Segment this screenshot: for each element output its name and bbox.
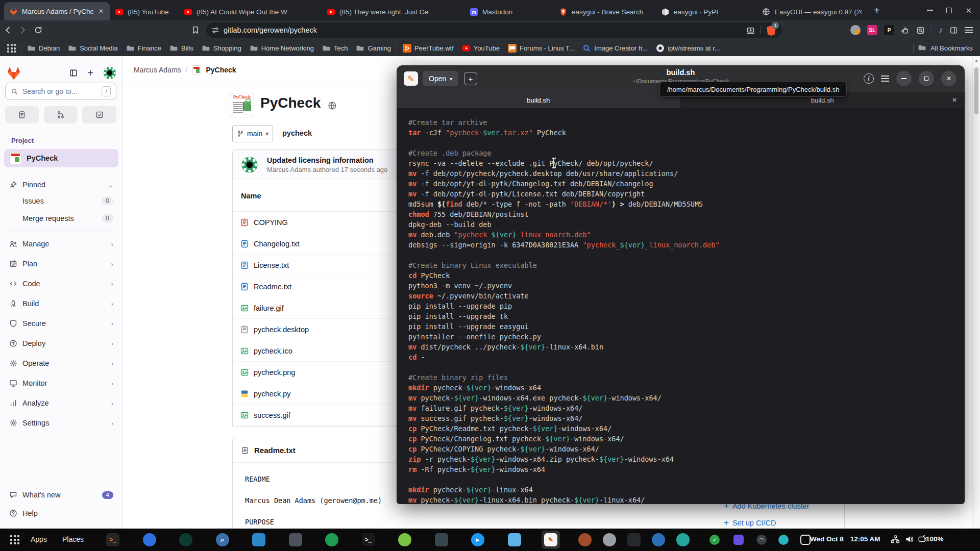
info-icon[interactable]: i xyxy=(864,73,874,84)
browser-tab[interactable]: (85) AI Could Wipe Out the W xyxy=(179,3,322,20)
tab-close-icon[interactable]: ✕ xyxy=(97,8,105,15)
url-bar[interactable]: gitlab.com/gerowen/pycheck 1 xyxy=(206,22,782,38)
editor-maximize-icon[interactable] xyxy=(919,71,934,86)
scrollbar-thumb[interactable] xyxy=(974,67,978,114)
breadcrumb-owner[interactable]: Marcus Adams xyxy=(134,66,181,74)
scroll-up-icon[interactable]: ▲ xyxy=(974,58,978,63)
sidebar-item-pinned[interactable]: Pinned ⌄ xyxy=(4,177,118,193)
send-to-device-icon[interactable] xyxy=(746,26,755,35)
bookmark-folder[interactable]: Gaming xyxy=(352,42,395,54)
bookmark-item[interactable]: PeerTube.wtf xyxy=(399,42,457,54)
editor-tab[interactable]: build.sh xyxy=(397,92,681,108)
open-button[interactable]: Open▾ xyxy=(423,71,458,86)
bookmark-folder[interactable]: Tech xyxy=(318,42,351,54)
merge-requests-shortcut-button[interactable] xyxy=(44,106,78,123)
branch-selector[interactable]: main ▾ xyxy=(232,125,273,142)
text-editor-launcher-icon[interactable]: ✎ xyxy=(544,533,557,546)
browser-tab[interactable]: (85) YouTube xyxy=(110,3,179,20)
sidebar-item-secure[interactable]: Secure› xyxy=(4,315,118,332)
browser-tab[interactable]: Marcus Adams / PyChec✕ xyxy=(4,2,110,20)
brave-shield-icon[interactable]: 1 xyxy=(766,24,777,36)
sidebar-item-pycheck[interactable]: PyCheck xyxy=(4,149,118,167)
all-bookmarks-label[interactable]: All Bookmarks xyxy=(930,44,973,52)
terminal-orange-launcher-icon[interactable]: >_ xyxy=(106,533,119,546)
new-tab-button[interactable]: + xyxy=(867,5,887,16)
clipboard-tray-icon[interactable] xyxy=(800,535,811,545)
gray-globe-launcher-icon[interactable] xyxy=(603,533,616,546)
music-note-icon[interactable]: ♪ xyxy=(939,26,943,35)
sidebar-item-build[interactable]: Build› xyxy=(4,295,118,312)
breadcrumb-project[interactable]: PyCheck xyxy=(206,66,236,74)
app-menu-grid-icon[interactable] xyxy=(10,535,19,544)
bookmark-item[interactable]: iptv/streams at r... xyxy=(652,42,724,54)
shield-blue-launcher-icon[interactable] xyxy=(252,533,265,546)
green-light-launcher-icon[interactable] xyxy=(398,533,411,546)
sidebar-item-issues[interactable]: Issues0 xyxy=(4,193,118,209)
konsole-launcher-icon[interactable]: >_ xyxy=(362,533,375,546)
extensions-puzzle-icon[interactable] xyxy=(901,26,910,35)
reload-icon[interactable] xyxy=(31,26,46,35)
places-menu[interactable]: Places xyxy=(62,535,84,543)
files-folder-launcher-icon[interactable] xyxy=(508,533,521,546)
user-avatar[interactable] xyxy=(103,66,117,80)
minimize-icon[interactable] xyxy=(927,10,933,11)
apps-grid-icon[interactable] xyxy=(7,44,16,53)
site-settings-icon[interactable] xyxy=(211,26,219,34)
sidebar-item-settings[interactable]: Settings› xyxy=(4,415,118,431)
purple-lock-tray-icon[interactable] xyxy=(733,535,744,545)
restore-icon[interactable] xyxy=(946,8,952,13)
apps-menu[interactable]: Apps xyxy=(31,535,47,543)
bookmark-item[interactable]: Image Creator fr... xyxy=(579,42,651,54)
browser-tab[interactable]: mMastodon xyxy=(464,3,554,20)
volume-icon[interactable] xyxy=(905,535,914,546)
readme-title[interactable]: Readme.txt xyxy=(254,446,296,455)
page-scrollbar[interactable]: ▲ xyxy=(972,56,980,529)
bookmark-page-icon[interactable] xyxy=(191,26,200,37)
taskbar-clock[interactable]: Wed Oct 8 12:05 AM xyxy=(810,535,880,543)
kdenlive-blue-launcher-icon[interactable]: ▸ xyxy=(471,533,484,546)
network-globe-tray-icon[interactable] xyxy=(778,535,789,545)
network-icon[interactable] xyxy=(891,535,900,546)
sidebar-item-whats-new[interactable]: What's new 4 xyxy=(4,487,118,503)
url-text[interactable]: gitlab.com/gerowen/pycheck xyxy=(224,26,317,34)
sidebar-item-code[interactable]: Code› xyxy=(4,276,118,292)
commit-author-avatar[interactable] xyxy=(240,156,259,174)
sidebar-item-monitor[interactable]: Monitor› xyxy=(4,375,118,391)
bookmark-item[interactable]: Forums - Linus T... xyxy=(504,42,578,54)
profile-avatar-icon[interactable] xyxy=(850,25,861,35)
browser-menu-icon[interactable] xyxy=(965,27,973,33)
issues-shortcut-button[interactable] xyxy=(5,106,39,123)
bookmark-folder[interactable]: Shopping xyxy=(198,42,245,54)
gitlab-logo-icon[interactable] xyxy=(6,65,21,81)
sidebar-toggle-icon[interactable] xyxy=(949,26,958,35)
sidebar-collapse-icon[interactable] xyxy=(69,68,78,78)
browser-tab[interactable]: easygui · PyPI xyxy=(656,3,757,20)
editor-minimize-icon[interactable] xyxy=(896,71,912,86)
search-input[interactable]: Search or go to... / xyxy=(5,83,116,100)
browser-blue-launcher-icon[interactable] xyxy=(143,533,156,546)
close-icon[interactable]: ✕ xyxy=(965,7,972,14)
browser-tab[interactable]: easygui - Brave Search xyxy=(554,3,656,20)
archive-gray-launcher-icon[interactable] xyxy=(289,533,302,546)
sidebar-item-deploy[interactable]: Deploy› xyxy=(4,335,118,352)
create-new-icon[interactable]: + xyxy=(87,67,93,79)
code-area[interactable]: #Create tar archivetar -cJf "pycheck-$ve… xyxy=(397,108,965,504)
bookmark-folder[interactable]: Bills xyxy=(166,42,197,54)
bookmark-folder[interactable]: Social Media xyxy=(64,42,121,54)
blue-app-launcher-icon[interactable] xyxy=(652,533,665,546)
editor-close-icon[interactable]: ✕ xyxy=(941,71,957,86)
bookmark-item[interactable]: YouTube xyxy=(458,42,503,54)
sidebar-item-merge-requests[interactable]: Merge requests0 xyxy=(4,210,118,227)
setup-cicd-link[interactable]: +Set up CI/CD xyxy=(724,518,810,528)
kali-dragon-launcher-icon[interactable] xyxy=(179,533,192,546)
browser-tab[interactable]: (85) They were right. Just Ge xyxy=(322,3,464,20)
back-icon[interactable] xyxy=(0,26,15,35)
sidebar-item-help[interactable]: Help xyxy=(4,505,118,521)
browser-tab[interactable]: EasyGUI — easygui 0.97 (20 xyxy=(757,3,867,20)
bookmark-folder[interactable]: Home Networking xyxy=(246,42,317,54)
todo-shortcut-button[interactable] xyxy=(82,106,116,123)
commit-title[interactable]: Updated licensing information xyxy=(267,156,387,164)
bookmark-folder[interactable]: Finance xyxy=(122,42,165,54)
editor-menu-icon[interactable] xyxy=(881,76,889,82)
new-document-button[interactable]: + xyxy=(464,72,477,85)
